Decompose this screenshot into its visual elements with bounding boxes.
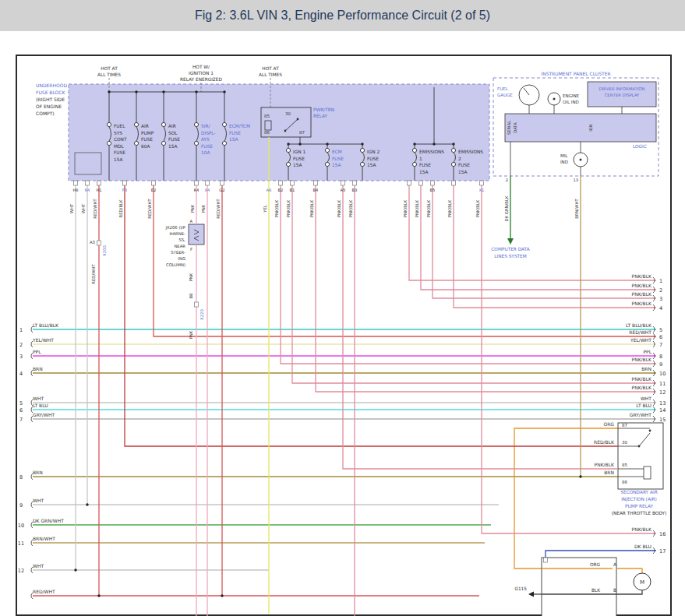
wire-label: PNK/BLK bbox=[415, 199, 419, 217]
wire-label: RED/WHT bbox=[93, 199, 97, 219]
junction-dot bbox=[74, 568, 76, 571]
fuse-label: FUSE bbox=[141, 137, 153, 142]
relay-pin: 87 bbox=[299, 130, 305, 135]
wire-annotation: B8 bbox=[189, 293, 193, 299]
pin-bracket bbox=[544, 558, 548, 562]
row-number: 10 bbox=[659, 371, 666, 377]
dic-label: CENTER DISPLAY bbox=[605, 93, 640, 97]
fuse-block-label: (RIGHT SIDE bbox=[36, 97, 65, 102]
wire-label: RED/WHT bbox=[216, 199, 221, 219]
fuse-label: 2 bbox=[458, 157, 461, 161]
pin-label: A bbox=[189, 219, 192, 224]
row-number: 14 bbox=[659, 407, 666, 414]
wire-label: PNK/BLK bbox=[595, 462, 616, 467]
wire-annotation: A3 bbox=[90, 240, 95, 245]
fuse-label: AIR bbox=[168, 124, 176, 128]
row-number: 3 bbox=[659, 296, 662, 302]
fuse-label: ECM bbox=[332, 150, 342, 154]
pin-label: 13 bbox=[573, 178, 578, 182]
fuse-terminal bbox=[325, 148, 329, 152]
wire-label: PNK/BLK bbox=[403, 199, 408, 217]
fuse-terminal bbox=[194, 141, 198, 145]
pin-bracket bbox=[431, 181, 435, 185]
fuse-label: PUMP bbox=[141, 131, 154, 136]
wire-label: LT BLU bbox=[636, 403, 651, 408]
fuse-label: FUSE bbox=[458, 163, 470, 167]
wire-annotation: RED/WHT bbox=[91, 264, 96, 284]
wire-label: BRN bbox=[33, 470, 43, 475]
hot-tag: IGNITION 1 bbox=[189, 71, 214, 76]
fuse-label: FUSE bbox=[293, 157, 305, 161]
pin-bracket bbox=[314, 181, 318, 185]
wire-label: ORG bbox=[590, 562, 601, 567]
pin-label: B4 bbox=[313, 188, 320, 192]
wire-label: PNK/BLK bbox=[632, 357, 653, 362]
pin-label: K4 bbox=[194, 188, 199, 192]
fuse-terminal bbox=[360, 148, 364, 152]
wire-label: PNK/BLK bbox=[632, 526, 653, 532]
relay-pin: 30 bbox=[622, 440, 627, 445]
mil-label: IND bbox=[560, 160, 568, 164]
pin-label: 2 bbox=[506, 178, 508, 182]
motor-label: M bbox=[640, 579, 644, 586]
air-pump-assembly bbox=[542, 558, 616, 616]
relay-label: RELAY bbox=[313, 114, 328, 118]
fuse-terminal bbox=[107, 122, 111, 126]
wire-label: PNK/BLK bbox=[632, 301, 653, 306]
fuse-terminal bbox=[286, 148, 290, 152]
wire-label: PNK/BLK bbox=[309, 199, 314, 217]
jx206-label: SS, bbox=[179, 238, 186, 242]
serial-data-label: SERIAL bbox=[507, 121, 511, 135]
row-number: 16 bbox=[659, 531, 666, 537]
fuse-label: 15A bbox=[367, 163, 376, 167]
row-number: 6 bbox=[19, 407, 23, 414]
wire-label: WHT bbox=[33, 498, 44, 503]
wire-label: DK GRN/BLK bbox=[504, 195, 509, 221]
fuse-terminal bbox=[134, 141, 138, 145]
relay-pin: 30 bbox=[285, 111, 291, 116]
relay-pin: 85 bbox=[264, 114, 270, 118]
wire-label: PNK/BLK bbox=[426, 199, 431, 217]
hot-tag: HOT AT bbox=[262, 66, 279, 71]
row-number: 1 bbox=[659, 278, 662, 284]
wire-label: YEL bbox=[263, 205, 267, 213]
jx206-connector bbox=[189, 224, 204, 245]
pin-bracket bbox=[452, 181, 456, 185]
ground-label: G115 bbox=[514, 586, 527, 591]
fuse-terminal bbox=[325, 162, 329, 166]
fuse-label: MDL bbox=[114, 144, 124, 149]
row-number: 11 bbox=[18, 540, 24, 547]
fuse-label: FUEL bbox=[114, 124, 125, 128]
relay-contact bbox=[638, 445, 641, 448]
row-number: 10 bbox=[18, 523, 24, 529]
pin-bracket bbox=[86, 181, 90, 185]
wire-label: WHT bbox=[69, 203, 74, 213]
fuse-terminal bbox=[134, 122, 138, 126]
wire-label: PNK/BLK bbox=[632, 385, 653, 390]
pin-label: A5 bbox=[341, 188, 346, 192]
fuse-terminal bbox=[222, 141, 226, 145]
pin-bracket bbox=[408, 181, 411, 185]
pin-bracket bbox=[97, 181, 101, 185]
fuse-terminal bbox=[451, 148, 455, 152]
fuse-label: 15A bbox=[332, 163, 341, 167]
wire-annotation: X220 bbox=[199, 309, 204, 320]
jx206-label: HARNE- bbox=[169, 231, 185, 236]
fuse-label: AYS bbox=[201, 137, 210, 142]
pin-bracket bbox=[353, 181, 357, 185]
jx206-label: ING bbox=[178, 256, 185, 261]
computer-data-label: LINES SYSTEM bbox=[494, 254, 527, 259]
wire-label: WHT bbox=[81, 203, 86, 213]
wire-label: RED/WHT bbox=[629, 329, 651, 335]
fuse-label: FUSE bbox=[229, 131, 241, 136]
wire-label: BRN bbox=[33, 366, 43, 371]
wire-label: PNK/BLK bbox=[337, 199, 341, 217]
fuse-terminal bbox=[222, 122, 226, 126]
fuse-label: FUSE bbox=[367, 157, 379, 161]
junction-dot bbox=[579, 475, 581, 477]
fuel-gauge-label: GAUGE bbox=[497, 93, 513, 97]
row-number: 12 bbox=[18, 568, 24, 574]
wire-label: WHT bbox=[33, 563, 44, 568]
wire-label: BRN bbox=[604, 470, 614, 475]
wire-label: BRN bbox=[641, 366, 651, 371]
